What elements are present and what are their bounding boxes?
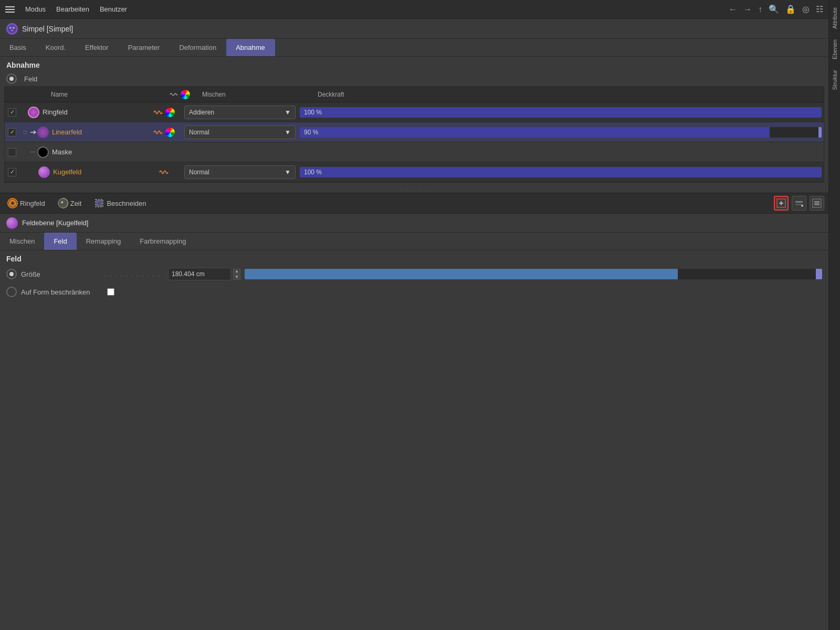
tab-farbremapping[interactable]: Farbremapping [130, 233, 195, 250]
checkbox-kugelfeld[interactable]: ✓ [8, 168, 16, 176]
row-check-linearfeld[interactable]: ✓ [5, 128, 19, 136]
tab-basis[interactable]: Basis [0, 39, 36, 56]
tab-deformation[interactable]: Deformation [170, 39, 226, 56]
table-header: Name Mischen Deckkraft [5, 87, 824, 102]
tab-parameter[interactable]: Parameter [119, 39, 170, 56]
svg-point-5 [9, 200, 16, 207]
menu-bearbeiten[interactable]: Bearbeiten [56, 5, 89, 13]
stepper-down[interactable]: ▼ [233, 275, 240, 280]
wave-header-icon [169, 90, 178, 99]
svg-rect-13 [795, 201, 803, 203]
col-name-header: Name [19, 91, 161, 98]
row-check-kugelfeld[interactable]: ✓ [5, 168, 19, 176]
linearfeld-icons [145, 127, 182, 138]
wave-icon [153, 107, 163, 118]
groesse-bar[interactable] [245, 269, 822, 279]
tab-feld[interactable]: Feld [44, 233, 76, 250]
field-table: Name Mischen Deckkraft ✓ Ringfeld [4, 86, 824, 183]
toolbar-ringfeld[interactable]: Ringfeld [4, 197, 48, 209]
deckkraft-linearfeld[interactable]: 90 % [298, 126, 824, 139]
table-row: Maske [5, 142, 824, 162]
deckkraft-ringfeld[interactable]: 100 % [298, 106, 824, 119]
feldebene-label: Feldebene [Kugelfeld] [22, 219, 88, 227]
add-layer-button[interactable] [792, 196, 806, 211]
groesse-input[interactable] [168, 268, 231, 280]
menu-bar: Modus Bearbeiten Benutzer ← → ↑ 🔍 🔒 ◎ ☷ [0, 0, 828, 19]
form-label: Auf Form beschränken [21, 288, 105, 296]
app-title: Simpel [Simpel] [22, 25, 73, 33]
ringfeld-icons [145, 107, 182, 118]
tab-abnahme[interactable]: Abnahme [226, 39, 275, 56]
table-row: ✓ Ringfeld Addieren ▼ [5, 102, 824, 122]
mischen-dropdown-kugelfeld[interactable]: Normal ▼ [182, 164, 298, 180]
tab-remapping[interactable]: Remapping [77, 233, 131, 250]
target-icon[interactable]: ◎ [802, 4, 810, 14]
top-tab-bar: Basis Koord. Effektor Parameter Deformat… [0, 39, 828, 57]
row-check-maske[interactable] [5, 148, 19, 156]
groesse-label: Größe [21, 270, 105, 278]
col-icons-header [161, 90, 198, 99]
menu-benutzer[interactable]: Benutzer [100, 5, 127, 13]
groesse-dots: . . . . . . . . . . . . [105, 271, 168, 277]
feld-section-heading: Feld [0, 250, 828, 265]
back-icon[interactable]: ← [729, 5, 737, 14]
right-tab-struktur[interactable]: Struktur [831, 67, 839, 93]
kugelfeld-icons [145, 167, 182, 177]
arrow-icon [29, 128, 37, 136]
settings-button[interactable] [810, 196, 824, 211]
toolbar-beschneiden[interactable]: Beschneiden [91, 197, 149, 209]
row-check-ringfeld[interactable]: ✓ [5, 108, 19, 117]
mischen-dropdown-linearfeld[interactable]: Normal ▼ [182, 124, 298, 140]
groesse-value-row: ▲ ▼ [168, 268, 822, 280]
auf-form-row: Auf Form beschränken [0, 283, 828, 301]
tab-koord[interactable]: Koord. [36, 39, 76, 56]
groesse-radio[interactable] [6, 269, 17, 279]
zeit-toolbar-icon [58, 198, 68, 208]
stepper-up[interactable]: ▲ [233, 269, 240, 274]
lock-icon[interactable]: 🔒 [785, 4, 796, 14]
deckkraft-kugelfeld[interactable]: 100 % [298, 166, 824, 178]
expand-icon[interactable]: □ [22, 129, 29, 135]
svg-point-6 [11, 202, 14, 205]
checkbox-maske[interactable] [8, 148, 16, 156]
svg-point-2 [13, 27, 15, 29]
checkbox-ringfeld[interactable]: ✓ [8, 108, 16, 117]
search-icon[interactable]: 🔍 [769, 4, 779, 14]
menu-modus[interactable]: Modus [25, 5, 46, 13]
kugelfeld-title-icon [6, 217, 18, 229]
abnahme-heading: Abnahme [0, 57, 828, 71]
tab-mischen[interactable]: Mischen [0, 233, 44, 250]
ringfeld-icon [28, 107, 39, 118]
toolbar-zeit[interactable]: Zeit [55, 197, 85, 209]
ringfeld-toolbar-label: Ringfeld [20, 200, 45, 207]
beschneiden-svg-icon [94, 198, 104, 208]
mischen-dropdown-ringfeld[interactable]: Addieren ▼ [182, 104, 298, 120]
ringfeld-toolbar-icon [7, 198, 18, 208]
right-tab-attribute[interactable]: Attribute [831, 4, 839, 32]
feldebene-title: Feldebene [Kugelfeld] [0, 214, 828, 233]
forward-icon[interactable]: → [743, 5, 752, 14]
feld-radio[interactable] [6, 74, 17, 84]
kugelfeld-label: Kugelfeld [53, 168, 145, 176]
bottom-toolbar: Ringfeld Zeit Beschneiden [0, 193, 828, 214]
color-header-icon [181, 90, 190, 99]
up-icon[interactable]: ↑ [758, 5, 762, 14]
grid-icon[interactable]: ☷ [816, 4, 823, 14]
checkbox-linearfeld[interactable]: ✓ [8, 128, 16, 136]
add-field-button[interactable] [774, 196, 789, 211]
linearfeld-arrow-icon [29, 129, 37, 136]
deckkraft-maske [298, 151, 824, 153]
svg-point-3 [11, 29, 13, 32]
maske-label: Maske [52, 148, 145, 156]
ringfeld-label: Ringfeld [43, 108, 145, 116]
feld-label: Feld [24, 75, 37, 83]
form-radio[interactable] [6, 287, 17, 297]
right-tab-ebenen[interactable]: Ebenen [831, 36, 839, 62]
toolbar-right-buttons [774, 196, 824, 211]
table-row: ✓ □ Linearfeld [5, 122, 824, 142]
tab-effektor[interactable]: Effektor [76, 39, 119, 56]
form-checkbox[interactable] [107, 288, 114, 296]
groesse-stepper[interactable]: ▲ ▼ [233, 269, 240, 280]
hamburger-menu[interactable] [5, 6, 15, 13]
svg-rect-9 [97, 201, 102, 206]
